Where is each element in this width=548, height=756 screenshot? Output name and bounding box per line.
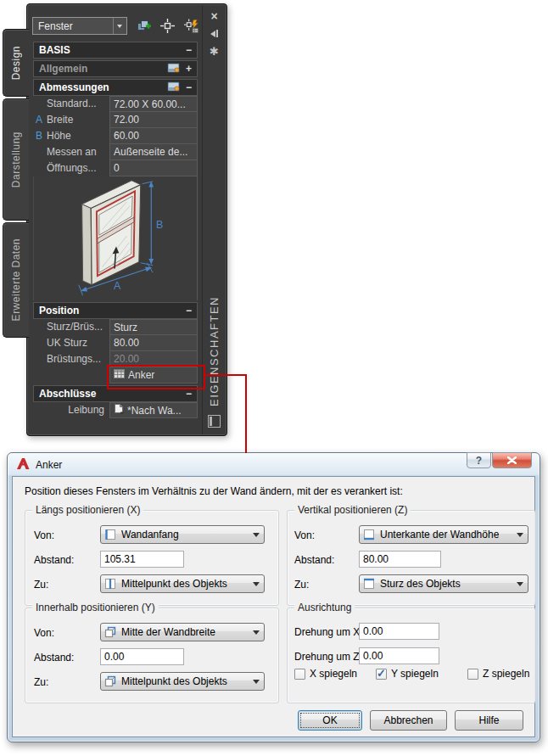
property-value[interactable]: Sturz (109, 319, 198, 335)
dialog-title: Anker (36, 459, 62, 471)
autocad-logo-icon (16, 457, 30, 473)
group-vertikal-z: Vertikal positionieren (Z) Von: Unterkan… (287, 510, 536, 606)
property-value[interactable]: 60.00 (109, 128, 198, 144)
dialog-intro-text: Position dieses Fensters im Verhältnis z… (25, 485, 403, 497)
chevron-down-icon (253, 630, 260, 635)
tab-erweiterte-daten[interactable]: Erweiterte Daten (3, 222, 29, 338)
expand-icon[interactable]: + (186, 63, 192, 75)
window-preview: B A (33, 176, 198, 300)
dialog-body: Position dieses Fensters im Verhältnis z… (12, 476, 535, 737)
object-type-select[interactable]: Fenster (32, 17, 127, 35)
close-x-icon (507, 456, 517, 464)
laengs-zu-select[interactable]: Mittelpunkt des Objekts (100, 574, 265, 593)
laengs-von-select[interactable]: Wandanfang (100, 525, 265, 544)
chevron-down-icon (253, 533, 260, 537)
section-abmessungen[interactable]: Abmessungen − (33, 79, 198, 96)
close-button[interactable] (492, 452, 532, 468)
dimension-a-label: A (114, 280, 121, 292)
cancel-button[interactable]: Abbrechen (370, 710, 447, 731)
property-value[interactable]: 72.00 X 60.00... (109, 96, 198, 112)
palette-icon (208, 415, 221, 428)
checkbox-icon[interactable] (467, 669, 478, 680)
drehung-z-input[interactable] (359, 647, 439, 664)
property-value[interactable]: Außenseite de... (109, 144, 198, 160)
chevron-down-icon (517, 582, 523, 586)
connector-line-horizontal (204, 374, 247, 376)
dialog-titlebar[interactable]: Anker (16, 457, 62, 473)
property-row: Öffnungs... 0 (33, 160, 198, 176)
page-icon (114, 403, 124, 418)
object-type-value: Fenster (38, 20, 73, 32)
property-row: Messen an Außenseite de... (33, 144, 198, 160)
anker-highlight-box (107, 365, 205, 389)
property-row: Standard... 72.00 X 60.00... (33, 96, 198, 112)
vertikal-von-select[interactable]: Unterkante der Wandhöhe (359, 525, 528, 544)
auto-hide-icon[interactable] (210, 30, 218, 37)
chevron-down-icon (253, 680, 260, 684)
property-row: Leibung *Nach Wa... (33, 402, 198, 418)
checkbox-icon[interactable] (294, 669, 305, 680)
property-row: UK Sturz 80.00 (33, 335, 198, 351)
help-button[interactable]: ? (467, 452, 491, 468)
property-value[interactable]: 72.00 (109, 112, 198, 128)
ok-button[interactable]: OK (298, 710, 362, 731)
collapse-icon[interactable]: − (186, 388, 192, 400)
anker-dialog: Anker ? Position dieses Fensters im Verh… (7, 452, 540, 742)
section-basis[interactable]: BASIS − (33, 42, 198, 59)
close-icon[interactable]: × (210, 10, 217, 22)
drehung-x-input[interactable] (359, 623, 439, 640)
section-position[interactable]: Position − (33, 302, 198, 319)
chevron-down-icon (517, 533, 523, 537)
collapse-icon[interactable]: − (186, 81, 192, 93)
properties-menu-icon[interactable]: ✱ (210, 46, 219, 57)
object-center-icon (104, 578, 116, 590)
checkbox-x-spiegeln[interactable]: X spiegeln (294, 668, 357, 680)
object-center-3d-icon (104, 675, 116, 687)
property-value[interactable]: 80.00 (109, 335, 198, 351)
property-row: B Höhe 60.00 (33, 128, 198, 144)
pickbox-icon[interactable] (160, 19, 175, 34)
palette-side-strip: × ✱ EIGENSCHAFTEN (202, 5, 226, 434)
wall-bottom-icon (363, 529, 375, 540)
wall-start-icon (104, 529, 116, 540)
hilfe-button[interactable]: Hilfe (455, 710, 523, 731)
innerhalb-zu-select[interactable]: Mittelpunkt des Objekts (100, 672, 265, 691)
property-value[interactable]: 0 (109, 160, 198, 176)
property-value[interactable]: *Nach Wa... (109, 402, 198, 418)
quick-select-icon[interactable] (184, 19, 199, 34)
laengs-abstand-input[interactable] (100, 551, 184, 568)
innerhalb-von-select[interactable]: Mitte der Wandbreite (100, 623, 265, 641)
object-top-icon (363, 578, 375, 590)
section-allgemein[interactable]: Allgemein + (33, 60, 198, 77)
group-ausrichtung: Ausrichtung Drehung um X: Drehung um Z: … (287, 608, 536, 703)
checkbox-icon[interactable] (376, 669, 387, 680)
vertikal-abstand-input[interactable] (359, 551, 441, 568)
tab-darstellung[interactable]: Darstellung (3, 98, 29, 221)
property-row: A Breite 72.00 (33, 112, 198, 128)
group-laengs-x: Längs positionieren (X) Von: Wandanfang … (25, 510, 279, 606)
wall-center-3d-icon (104, 626, 116, 638)
innerhalb-abstand-input[interactable] (100, 648, 184, 665)
tab-design[interactable]: Design (3, 29, 29, 97)
property-grid: BASIS − Allgemein (33, 42, 198, 418)
palette-toolbar: Fenster (28, 5, 203, 40)
chevron-down-icon (253, 582, 260, 586)
group-innerhalb-y: Innerhalb positionieren (Y) Von: Mitte d… (25, 608, 279, 703)
palette-vertical-title: EIGENSCHAFTEN (208, 296, 221, 406)
vertikal-zu-select[interactable]: Sturz des Objekts (359, 574, 528, 593)
checkbox-y-spiegeln[interactable]: Y spiegeln (376, 668, 439, 680)
connector-line-vertical (245, 374, 247, 453)
collapse-icon[interactable]: − (186, 44, 192, 56)
screen: Design Darstellung Erweiterte Daten Fens… (0, 0, 548, 756)
worksheet-icon[interactable] (167, 81, 180, 94)
combo-arrow-icon[interactable] (113, 18, 126, 34)
dimension-b-label: B (156, 219, 163, 231)
window-preview-image: B A (34, 176, 197, 300)
add-selection-icon[interactable] (137, 19, 151, 34)
collapse-icon[interactable]: − (186, 305, 192, 316)
worksheet-icon[interactable] (167, 63, 180, 76)
checkbox-z-spiegeln[interactable]: Z spiegeln (467, 668, 529, 680)
window-buttons: ? (467, 452, 532, 468)
property-row: Sturz/Brüs... Sturz (33, 319, 198, 335)
